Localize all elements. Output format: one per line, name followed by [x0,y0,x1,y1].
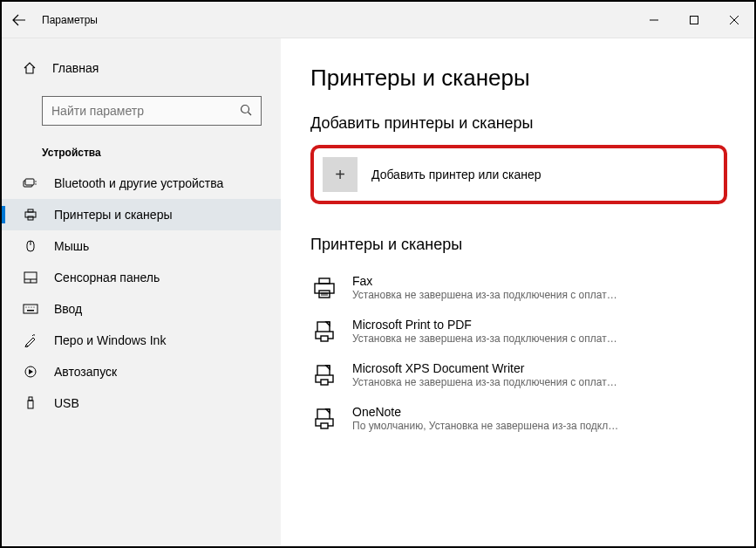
virtual-printer-icon [310,405,338,433]
printer-item-xps[interactable]: Microsoft XPS Document Writer Установка … [310,353,725,397]
sidebar-item-label: Bluetooth и другие устройства [54,176,223,190]
printer-name: OneNote [352,405,725,419]
printer-item-pdf[interactable]: Microsoft Print to PDF Установка не заве… [310,310,725,353]
sidebar-item-printers[interactable]: Принтеры и сканеры [2,199,281,230]
svg-point-6 [35,181,36,182]
home-icon [21,61,38,75]
back-button[interactable] [2,2,37,38]
sidebar-item-bluetooth[interactable]: Bluetooth и другие устройства [2,168,281,199]
svg-point-18 [28,306,29,307]
sidebar-item-usb[interactable]: USB [2,387,281,419]
svg-rect-26 [319,278,330,284]
minimize-button[interactable] [634,2,674,38]
printer-icon [21,208,40,222]
sidebar-section-title: Устройства [2,134,281,168]
svg-rect-23 [29,397,32,401]
fax-icon [310,274,338,302]
autoplay-icon [21,365,40,379]
add-section-heading: Добавить принтеры и сканеры [310,114,725,133]
sidebar-item-label: Автозапуск [54,365,117,379]
mouse-icon [21,239,40,253]
printer-item-fax[interactable]: Fax Установка не завершена из-за подключ… [310,266,725,310]
search-icon [240,104,252,119]
sidebar-nav: Bluetooth и другие устройства Принтеры и… [2,168,281,419]
search-input-container[interactable] [42,96,262,126]
printer-status: Установка не завершена из-за подключения… [352,376,725,388]
bluetooth-icon [21,177,40,189]
printer-name: Microsoft XPS Document Writer [352,361,725,375]
search-input[interactable] [51,104,240,118]
maximize-icon [690,16,698,24]
pen-icon [21,333,40,347]
svg-rect-38 [321,423,328,428]
svg-rect-24 [28,401,33,408]
virtual-printer-icon [310,361,338,389]
svg-rect-9 [28,209,33,212]
printer-list: Fax Установка не завершена из-за подключ… [310,266,725,441]
sidebar-item-mouse[interactable]: Мышь [2,230,281,262]
page-title: Принтеры и сканеры [310,65,725,92]
settings-window: Параметры Главная [0,0,756,548]
sidebar-item-label: Мышь [54,239,89,253]
usb-icon [21,396,40,410]
keyboard-icon [21,304,40,314]
svg-point-7 [35,183,36,184]
sidebar: Главная Устройства Bluetooth и другие ус… [2,38,281,546]
svg-rect-35 [321,380,328,385]
svg-point-2 [242,105,249,113]
sidebar-item-label: Принтеры и сканеры [54,208,172,222]
maximize-button[interactable] [674,2,714,38]
window-title: Параметры [42,14,98,26]
sidebar-item-pen[interactable]: Перо и Windows Ink [2,325,281,356]
virtual-printer-icon [310,318,338,346]
sidebar-item-autoplay[interactable]: Автозапуск [2,356,281,387]
svg-line-3 [249,112,252,115]
svg-rect-21 [27,310,34,312]
printer-status: Установка не завершена из-за подключения… [352,332,725,345]
add-printer-label: Добавить принтер или сканер [371,168,541,182]
svg-rect-16 [24,305,37,313]
list-heading: Принтеры и сканеры [310,236,725,254]
close-icon [730,16,739,24]
touchpad-icon [21,271,40,284]
svg-point-17 [25,306,26,307]
home-link[interactable]: Главная [2,54,281,82]
close-button[interactable] [714,2,754,38]
home-label: Главная [52,61,99,75]
sidebar-item-label: Сенсорная панель [54,271,160,284]
sidebar-item-label: Перо и Windows Ink [54,333,166,347]
svg-rect-25 [315,284,334,293]
printer-status: Установка не завершена из-за подключения… [352,289,725,301]
svg-rect-5 [25,179,34,185]
sidebar-item-touchpad[interactable]: Сенсорная панель [2,262,281,293]
window-controls [634,2,754,38]
svg-point-19 [31,306,31,307]
sidebar-item-label: USB [54,396,79,410]
svg-rect-27 [319,291,330,298]
printer-name: Fax [352,274,725,288]
main-content: Принтеры и сканеры Добавить принтеры и с… [281,38,754,546]
sidebar-item-label: Ввод [54,302,82,316]
plus-icon: + [323,157,358,192]
add-printer-button[interactable]: + Добавить принтер или сканер [310,145,727,204]
printer-item-onenote[interactable]: OneNote По умолчанию, Установка не завер… [310,397,725,441]
printer-name: Microsoft Print to PDF [352,318,725,332]
svg-point-20 [33,306,34,307]
svg-rect-32 [321,336,328,341]
back-arrow-icon [12,13,26,27]
svg-rect-1 [691,16,698,24]
title-bar: Параметры [2,2,754,38]
printer-status: По умолчанию, Установка не завершена из-… [352,420,725,432]
sidebar-item-typing[interactable]: Ввод [2,293,281,325]
minimize-icon [650,16,658,24]
